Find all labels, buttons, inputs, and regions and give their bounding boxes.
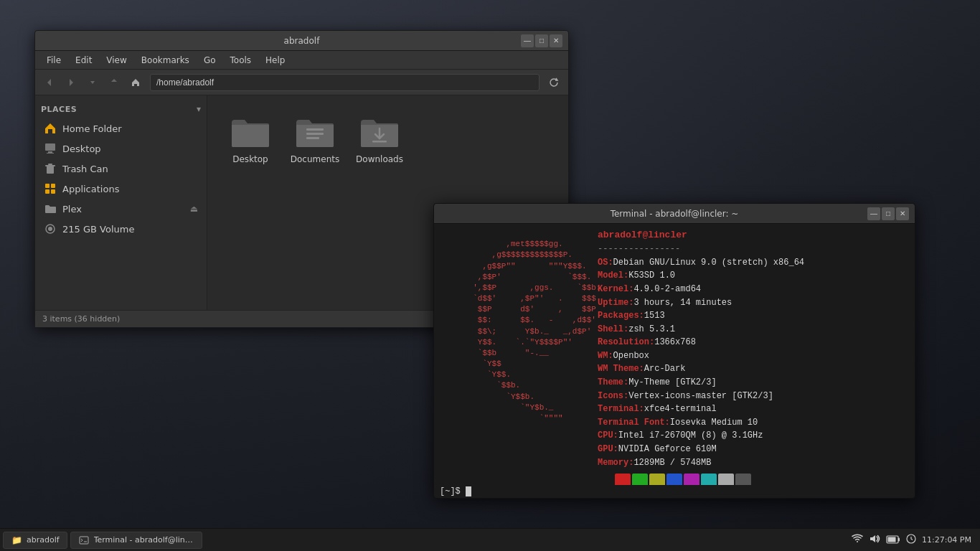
svg-rect-0 bbox=[45, 143, 55, 151]
folder-downloads[interactable]: Downloads bbox=[351, 110, 408, 170]
info-icons: Icons: Vertex-icons-master [GTK2/3] bbox=[598, 390, 909, 403]
info-wm-theme: WM Theme: Arc-Dark bbox=[598, 362, 909, 376]
volume-taskbar-icon[interactable] bbox=[869, 534, 880, 546]
taskbar-filemanager-icon: 📁 bbox=[11, 534, 22, 546]
taskbar-terminal-label: Terminal - abradolf@lincle... bbox=[94, 535, 194, 545]
terminal-maximize-button[interactable]: □ bbox=[882, 207, 895, 220]
taskbar-terminal-icon bbox=[78, 534, 90, 546]
svg-rect-13 bbox=[306, 133, 324, 135]
taskbar-clock: 11:27:04 PM bbox=[922, 535, 971, 545]
folder-desktop-label: Desktop bbox=[232, 154, 268, 164]
sidebar-item-trash[interactable]: Trash Can bbox=[35, 159, 207, 179]
menu-edit[interactable]: Edit bbox=[70, 54, 98, 67]
folder-documents-label: Documents bbox=[291, 154, 339, 164]
info-terminal-font: Terminal Font: Iosevka Medium 10 bbox=[598, 416, 909, 430]
sidebar-item-volume[interactable]: 215 GB Volume bbox=[35, 219, 207, 239]
taskbar-app-filemanager[interactable]: 📁 abradolf bbox=[3, 532, 67, 549]
close-button[interactable]: ✕ bbox=[550, 34, 562, 47]
taskbar-apps: 📁 abradolf Terminal - abradolf@lincle... bbox=[3, 532, 846, 549]
svg-point-11 bbox=[48, 227, 52, 231]
folder-downloads-icon bbox=[359, 116, 400, 150]
menu-help[interactable]: Help bbox=[260, 54, 291, 67]
sidebar-toggle-icon[interactable]: ▾ bbox=[197, 104, 201, 114]
info-memory: Memory: 1289MB / 5748MB bbox=[598, 456, 909, 470]
file-manager-titlebar: abradolf — □ ✕ bbox=[35, 31, 568, 51]
toolbar-forward-button[interactable] bbox=[61, 73, 81, 92]
color-block bbox=[701, 474, 717, 485]
svg-rect-9 bbox=[51, 189, 55, 194]
info-packages: Packages: 1513 bbox=[598, 309, 909, 323]
clock-icon bbox=[906, 534, 916, 546]
sidebar-item-applications-label: Applications bbox=[62, 184, 119, 194]
taskbar-app-terminal[interactable]: Terminal - abradolf@lincle... bbox=[70, 532, 202, 549]
menu-bookmarks[interactable]: Bookmarks bbox=[136, 54, 195, 67]
svg-rect-18 bbox=[898, 537, 900, 541]
minimize-button[interactable]: — bbox=[521, 34, 534, 47]
info-os: OS: Debian GNU/Linux 9.0 (stretch) x86_6… bbox=[598, 256, 909, 270]
eject-icon[interactable]: ⏏ bbox=[190, 204, 198, 214]
color-block bbox=[684, 474, 699, 485]
color-block bbox=[632, 474, 648, 485]
color-block bbox=[649, 474, 665, 485]
terminal-minimize-button[interactable]: — bbox=[867, 207, 880, 220]
info-wm: WM: Openbox bbox=[598, 349, 909, 363]
folder-downloads-label: Downloads bbox=[356, 154, 403, 164]
sidebar-item-desktop-label: Desktop bbox=[62, 143, 101, 154]
info-resolution: Resolution: 980x551 bbox=[598, 336, 909, 349]
svg-rect-5 bbox=[48, 164, 52, 165]
svg-rect-8 bbox=[45, 189, 50, 194]
folder-desktop-icon bbox=[230, 116, 270, 150]
svg-rect-14 bbox=[306, 137, 319, 139]
info-gpu: GPU: NVIDIA Geforce 610M bbox=[598, 443, 909, 456]
sidebar-item-applications[interactable]: Applications bbox=[35, 179, 207, 199]
svg-rect-7 bbox=[51, 184, 55, 188]
toolbar-back-button[interactable] bbox=[39, 73, 60, 92]
svg-rect-15 bbox=[372, 141, 387, 143]
toolbar-home-button[interactable] bbox=[126, 73, 146, 92]
terminal-sysinfo: abradolf@lincler ---------------- OS: De… bbox=[598, 228, 909, 481]
sidebar-item-plex-label: Plex bbox=[62, 204, 82, 215]
file-manager-menubar: File Edit View Bookmarks Go Tools Help bbox=[35, 51, 568, 70]
sidebar-item-home[interactable]: Home Folder bbox=[35, 118, 207, 138]
color-block bbox=[718, 474, 734, 485]
svg-rect-2 bbox=[47, 153, 54, 154]
menu-tools[interactable]: Tools bbox=[225, 54, 258, 67]
info-uptime: Uptime: 3 hours, 14 minutes bbox=[598, 296, 909, 310]
menu-go[interactable]: Go bbox=[198, 54, 222, 67]
trash-icon bbox=[44, 162, 57, 175]
file-manager-title: abradolf bbox=[284, 36, 320, 46]
sidebar-item-home-label: Home Folder bbox=[62, 123, 122, 134]
info-terminal: Terminal: xfce4-terminal bbox=[598, 402, 909, 416]
folder-documents[interactable]: Documents bbox=[286, 110, 344, 170]
menu-file[interactable]: File bbox=[41, 54, 67, 67]
wifi-icon[interactable] bbox=[852, 534, 863, 546]
statusbar-items: 3 items (36 hidden) bbox=[42, 314, 120, 324]
toolbar-reload-button[interactable] bbox=[544, 73, 564, 92]
address-bar[interactable] bbox=[150, 74, 540, 91]
taskbar-system: 11:27:04 PM bbox=[846, 534, 977, 546]
sidebar-header: Places ▾ bbox=[35, 101, 207, 118]
info-cpu: CPU: Intel i7-2670QM (8) @ 3.1GHz bbox=[598, 429, 909, 443]
color-block bbox=[615, 474, 631, 485]
folder-documents-icon bbox=[295, 116, 335, 150]
folder-desktop[interactable]: Desktop bbox=[222, 110, 279, 170]
svg-rect-1 bbox=[48, 151, 52, 153]
file-manager-window-controls: — □ ✕ bbox=[521, 34, 562, 47]
terminal-content: ,met$$$$$gg. ,g$$$$$$$$$$$$$P. ,g$$P"" "… bbox=[434, 224, 915, 485]
info-theme: Theme: My-Theme [GTK2/3] bbox=[598, 376, 909, 390]
maximize-button[interactable]: □ bbox=[535, 34, 548, 47]
battery-icon[interactable] bbox=[886, 534, 900, 546]
toolbar-up-button[interactable] bbox=[104, 73, 124, 92]
menu-view[interactable]: View bbox=[100, 54, 132, 67]
sidebar-item-trash-label: Trash Can bbox=[62, 164, 108, 174]
plex-folder-icon bbox=[44, 202, 57, 215]
volume-icon bbox=[44, 222, 57, 235]
sidebar-item-plex[interactable]: Plex ⏏ bbox=[35, 199, 207, 219]
svg-rect-16 bbox=[80, 537, 88, 544]
terminal-cursor bbox=[466, 486, 471, 496]
sidebar-item-desktop[interactable]: Desktop bbox=[35, 138, 207, 159]
terminal-close-button[interactable]: ✕ bbox=[896, 207, 909, 220]
applications-icon bbox=[44, 182, 57, 195]
toolbar-dropdown-button[interactable] bbox=[83, 73, 103, 92]
taskbar: 📁 abradolf Terminal - abradolf@lincle... bbox=[0, 528, 980, 551]
